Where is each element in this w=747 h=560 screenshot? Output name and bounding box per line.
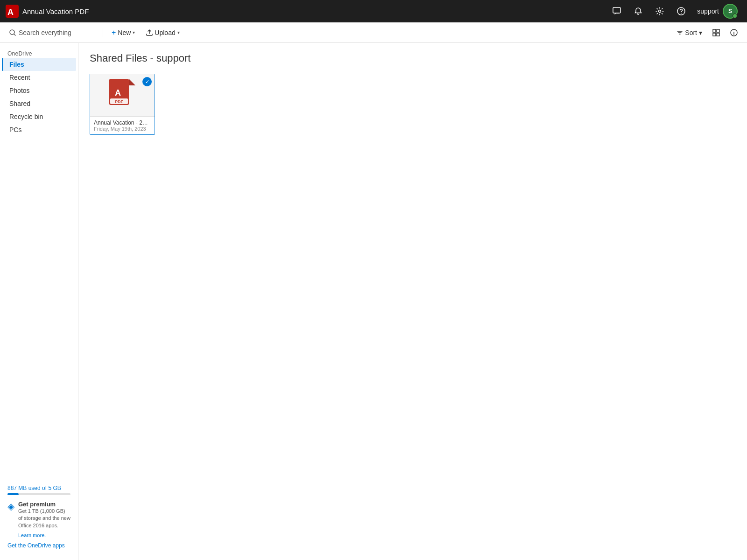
learn-more-link[interactable]: Learn more. <box>18 532 46 538</box>
toolbar-divider <box>103 28 103 37</box>
file-card-info: Annual Vacation - 2023.pdf Friday, May 1… <box>90 116 155 134</box>
info-icon <box>730 29 738 36</box>
grid-view-icon <box>712 29 720 36</box>
search-icon <box>9 29 16 36</box>
pdf-icon-wrapper: A PDF <box>109 79 135 112</box>
svg-rect-8 <box>717 29 719 32</box>
view-toggle-button[interactable] <box>709 27 724 39</box>
sidebar-photos-label: Photos <box>9 87 30 94</box>
help-button[interactable] <box>672 2 691 21</box>
sort-label: Sort <box>685 29 697 36</box>
sidebar-section-label: OneDrive <box>0 49 78 58</box>
svg-marker-15 <box>129 79 135 85</box>
sidebar-recent-label: Recent <box>9 74 30 81</box>
sort-chevron-icon: ▾ <box>699 29 702 36</box>
bell-icon <box>634 7 642 15</box>
get-apps-link[interactable]: Get the OneDrive apps <box>7 542 70 549</box>
main-content: Shared Files - support A <box>78 43 747 560</box>
sidebar-pcs-label: PCs <box>9 126 21 133</box>
chat-button[interactable] <box>607 2 626 21</box>
sidebar-item-files[interactable]: Files <box>2 58 76 71</box>
svg-text:A: A <box>7 7 14 17</box>
toolbar: Search everything + New ▾ Upload ▾ Sort … <box>0 22 747 43</box>
svg-rect-10 <box>717 33 719 36</box>
upload-icon <box>146 29 153 36</box>
sort-button[interactable]: Sort ▾ <box>673 27 706 39</box>
file-name: Annual Vacation - 2023.pdf <box>94 119 151 126</box>
sidebar-files-label: Files <box>9 61 24 68</box>
new-label: New <box>118 29 131 36</box>
sidebar-item-recycle-bin[interactable]: Recycle bin <box>2 110 76 123</box>
app-logo: A Annual Vacation PDF <box>6 5 89 18</box>
file-thumbnail: A PDF ✓ <box>90 74 155 116</box>
avatar: S <box>723 4 738 19</box>
svg-text:A: A <box>115 88 121 98</box>
sidebar-item-recent[interactable]: Recent <box>2 71 76 84</box>
file-date: Friday, May 19th, 2023 <box>94 126 151 132</box>
file-card[interactable]: A PDF ✓ Annual Vacation - 2023.pdf Frida… <box>90 74 155 135</box>
pdf-file-icon: A PDF <box>109 79 135 111</box>
sort-icon <box>677 29 683 36</box>
svg-rect-7 <box>713 29 716 32</box>
premium-title: Get premium <box>18 501 70 508</box>
top-bar-actions: support S <box>607 2 741 21</box>
file-grid: A PDF ✓ Annual Vacation - 2023.pdf Frida… <box>90 74 736 135</box>
app-body: OneDrive Files Recent Photos Shared Recy… <box>0 43 747 560</box>
premium-desc: Get 1 TB (1,000 GB) of storage and the n… <box>18 508 70 529</box>
help-icon <box>677 7 685 15</box>
notifications-button[interactable] <box>629 2 648 21</box>
sidebar-item-pcs[interactable]: PCs <box>2 123 76 136</box>
toolbar-left: Search everything + New ▾ Upload ▾ <box>6 25 184 40</box>
sidebar-item-shared[interactable]: Shared <box>2 97 76 110</box>
svg-point-5 <box>681 13 682 14</box>
user-menu[interactable]: support S <box>693 2 741 21</box>
svg-text:PDF: PDF <box>115 99 124 104</box>
file-selected-check: ✓ <box>142 77 152 86</box>
storage-bar <box>7 493 70 495</box>
upload-button[interactable]: Upload ▾ <box>141 25 184 40</box>
svg-rect-9 <box>713 33 716 36</box>
upload-label: Upload <box>155 29 175 36</box>
diamond-icon: ◈ <box>7 501 14 512</box>
top-bar: A Annual Vacation PDF <box>0 0 747 22</box>
new-button[interactable]: + New ▾ <box>107 25 140 40</box>
search-label: Search everything <box>19 29 71 36</box>
toolbar-right: Sort ▾ <box>673 27 741 39</box>
sidebar-recycle-label: Recycle bin <box>9 113 43 120</box>
new-chevron-icon: ▾ <box>133 30 135 35</box>
new-plus-icon: + <box>112 28 116 37</box>
chat-icon <box>613 7 621 15</box>
gear-icon <box>655 7 664 15</box>
sidebar: OneDrive Files Recent Photos Shared Recy… <box>0 43 78 560</box>
premium-section: ◈ Get premium Get 1 TB (1,000 GB) of sto… <box>7 501 70 539</box>
upload-chevron-icon: ▾ <box>177 30 180 35</box>
svg-rect-2 <box>613 7 620 13</box>
sidebar-item-photos[interactable]: Photos <box>2 84 76 97</box>
info-button[interactable] <box>726 27 741 39</box>
onedrive-logo-icon: A <box>6 5 19 18</box>
settings-button[interactable] <box>650 2 669 21</box>
svg-point-3 <box>659 10 661 13</box>
storage-bar-fill <box>7 493 19 495</box>
sidebar-bottom: 887 MB used of 5 GB ◈ Get premium Get 1 … <box>0 479 78 554</box>
page-title: Shared Files - support <box>90 52 736 64</box>
svg-point-12 <box>733 30 734 31</box>
sidebar-shared-label: Shared <box>9 100 30 107</box>
storage-label: 887 MB used of 5 GB <box>7 485 70 491</box>
search-button[interactable]: Search everything <box>6 25 99 40</box>
app-title: Annual Vacation PDF <box>22 7 89 15</box>
username-label: support <box>697 7 719 15</box>
user-status-indicator <box>733 14 737 18</box>
